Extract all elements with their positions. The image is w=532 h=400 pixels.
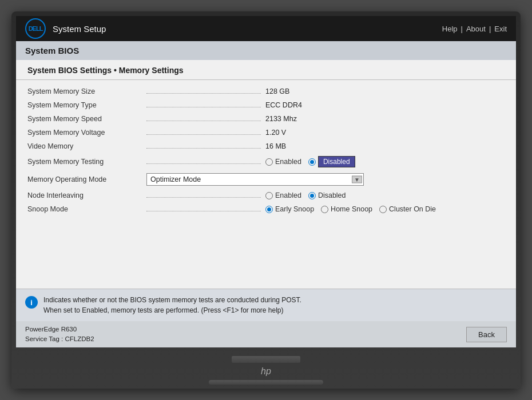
dots-separator	[146, 102, 261, 107]
ni-disabled-circle[interactable]	[308, 192, 316, 199]
home-snoop-circle[interactable]	[321, 206, 328, 213]
ni-enabled-circle[interactable]	[265, 192, 273, 199]
dell-logo-icon: DELL	[25, 18, 46, 39]
enabled-radio-label: Enabled	[275, 158, 301, 166]
home-snoop-label: Home Snoop	[331, 205, 372, 213]
snoop-mode-row: Snoop Mode Early Snoop Home Snoop	[27, 202, 505, 216]
ni-disabled-radio[interactable]: Disabled	[308, 191, 346, 199]
subsection-title: System BIOS Settings • Memory Settings	[16, 60, 516, 80]
service-tag-value: CFLZDB2	[65, 335, 94, 342]
header-left: DELL System Setup	[25, 18, 106, 39]
main-content: System BIOS Settings • Memory Settings S…	[16, 60, 516, 289]
setting-value: 16 MB	[265, 142, 286, 150]
enabled-radio-circle[interactable]	[265, 158, 273, 166]
setting-label: System Memory Voltage	[27, 129, 142, 137]
snoop-mode-control: Early Snoop Home Snoop Cluster On Die	[265, 205, 436, 213]
ni-enabled-radio[interactable]: Enabled	[265, 191, 301, 199]
screen: DELL System Setup Help | About | Exit Sy…	[16, 16, 516, 347]
node-interleaving-control: Enabled Disabled	[265, 191, 346, 199]
footer-system-info: PowerEdge R630 Service Tag : CFLZDB2	[25, 325, 94, 345]
stand-base	[209, 380, 323, 385]
cluster-on-die-label: Cluster On Die	[389, 205, 436, 213]
info-line-1: Indicates whether or not the BIOS system…	[43, 295, 301, 305]
model-name: PowerEdge R630	[25, 325, 94, 334]
memory-operating-mode-row: Memory Operating Mode Optimizer Mode ▼	[27, 170, 505, 189]
nav-sep-2: |	[489, 25, 491, 33]
setting-row: System Memory Voltage 1.20 V	[27, 126, 505, 139]
help-link[interactable]: Help	[442, 25, 458, 33]
setting-label: Video Memory	[27, 142, 142, 150]
header-title: System Setup	[53, 24, 106, 34]
setting-value: 128 GB	[265, 87, 289, 95]
setting-label: Node Interleaving	[27, 191, 142, 199]
setting-row: System Memory Speed 2133 Mhz	[27, 112, 505, 126]
monitor-frame: DELL System Setup Help | About | Exit Sy…	[11, 11, 521, 389]
setting-label: System Memory Speed	[27, 115, 142, 123]
home-snoop-radio[interactable]: Home Snoop	[321, 205, 372, 213]
back-button[interactable]: Back	[466, 327, 507, 342]
hp-logo: hp	[261, 366, 271, 377]
setting-label: System Memory Type	[27, 101, 142, 109]
setting-label: System Memory Size	[27, 87, 142, 95]
exit-link[interactable]: Exit	[494, 25, 507, 33]
memory-testing-control: Enabled Disabled	[265, 156, 355, 167]
setting-value: 1.20 V	[265, 129, 286, 137]
memory-mode-value: Optimizer Mode	[150, 175, 201, 183]
early-snoop-radio[interactable]: Early Snoop	[265, 205, 314, 213]
ni-disabled-label: Disabled	[318, 191, 346, 199]
disabled-radio-label: Disabled	[318, 156, 355, 167]
cluster-on-die-radio[interactable]: Cluster On Die	[379, 205, 436, 213]
dots-separator	[146, 88, 261, 94]
setting-row: System Memory Size 128 GB	[27, 85, 505, 98]
setting-value: 2133 Mhz	[265, 115, 297, 123]
enabled-radio-option[interactable]: Enabled	[265, 158, 301, 166]
ni-enabled-label: Enabled	[275, 191, 301, 199]
settings-area: System Memory Size 128 GB System Memory …	[16, 80, 516, 289]
section-title: System BIOS	[16, 41, 516, 60]
dots-separator	[146, 143, 261, 149]
disabled-radio-circle[interactable]	[308, 158, 316, 166]
early-snoop-circle[interactable]	[265, 206, 273, 213]
setting-value: ECC DDR4	[265, 101, 302, 109]
disabled-radio-option[interactable]: Disabled	[308, 156, 355, 167]
cluster-on-die-circle[interactable]	[379, 206, 387, 213]
service-tag-label: Service Tag :	[25, 335, 65, 342]
header-bar: DELL System Setup Help | About | Exit	[16, 16, 516, 41]
info-bar: i Indicates whether or not the BIOS syst…	[16, 289, 516, 321]
stand-top	[232, 356, 300, 363]
dots-separator	[146, 129, 261, 135]
nav-sep-1: |	[461, 25, 463, 33]
header-nav: Help | About | Exit	[442, 25, 507, 33]
setting-label: Memory Operating Mode	[27, 175, 142, 183]
system-memory-testing-row: System Memory Testing Enabled Disabled	[27, 153, 505, 170]
node-interleaving-row: Node Interleaving Enabled Disabled	[27, 189, 505, 202]
about-link[interactable]: About	[466, 25, 486, 33]
info-line-2: When set to Enabled, memory tests are pe…	[43, 305, 301, 315]
footer-bar: PowerEdge R630 Service Tag : CFLZDB2 Bac…	[16, 321, 516, 347]
select-arrow-icon: ▼	[352, 176, 362, 183]
dots-separator	[146, 192, 261, 198]
dots-separator	[146, 158, 261, 164]
monitor-bottom-bezel: hp	[16, 347, 516, 393]
setting-row: Video Memory 16 MB	[27, 139, 505, 153]
info-text: Indicates whether or not the BIOS system…	[43, 295, 301, 315]
dots-separator	[146, 115, 261, 121]
setting-label: Snoop Mode	[27, 205, 142, 213]
service-tag-row: Service Tag : CFLZDB2	[25, 334, 94, 344]
early-snoop-label: Early Snoop	[275, 205, 314, 213]
setting-row: System Memory Type ECC DDR4	[27, 98, 505, 112]
dots-separator	[146, 206, 261, 211]
memory-mode-select[interactable]: Optimizer Mode ▼	[146, 173, 364, 186]
info-icon: i	[25, 296, 38, 309]
memory-mode-control: Optimizer Mode ▼	[146, 173, 505, 186]
setting-label: System Memory Testing	[27, 158, 142, 166]
